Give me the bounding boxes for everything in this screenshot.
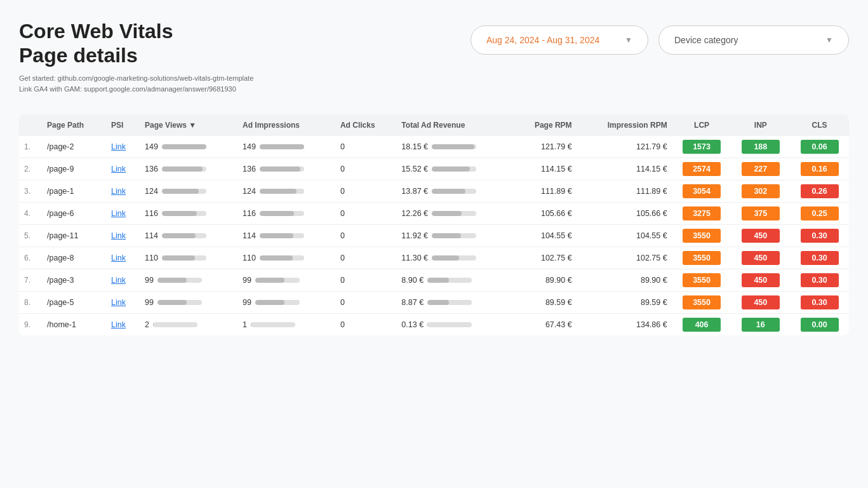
impression-rpm-cell: 89.90 €: [641, 276, 667, 285]
ad-impressions-bar: [260, 255, 304, 261]
psi-link[interactable]: Link: [111, 187, 126, 196]
page-rpm-cell: 67.43 €: [545, 320, 572, 329]
col-total-ad-revenue: Total Ad Revenue: [396, 114, 512, 136]
page-views-cell: 99: [145, 276, 232, 285]
ad-impressions-cell: 149: [243, 142, 330, 151]
page-views-bar: [162, 166, 206, 172]
impression-rpm-cell: 105.66 €: [636, 209, 667, 218]
col-lcp: LCP: [672, 114, 731, 136]
cls-cell: 0.25: [790, 202, 849, 224]
ad-impressions-cell: 114: [243, 231, 330, 240]
ad-impressions-cell: 99: [243, 276, 330, 285]
inp-badge: 16: [742, 318, 780, 332]
cls-cell: 0.30: [790, 247, 849, 269]
total-ad-revenue-cell: 11.30 €: [401, 254, 507, 262]
page-path-cell: /page-5: [47, 298, 74, 307]
ad-impressions-bar: [260, 233, 304, 238]
inp-cell: 227: [731, 158, 790, 180]
lcp-badge: 3550: [683, 251, 721, 265]
ad-clicks-cell: 0: [340, 142, 345, 151]
page-views-cell: 116: [145, 209, 232, 218]
total-ad-revenue-bar: [427, 322, 472, 327]
inp-badge: 450: [742, 273, 780, 287]
inp-badge: 450: [742, 251, 780, 265]
page-views-cell: 114: [145, 231, 232, 240]
row-number: 2.: [24, 165, 30, 173]
ad-impressions-cell: 124: [243, 187, 330, 196]
ad-impressions-bar: [251, 322, 295, 327]
table-row: 2./page-9Link 136 136 0 15.52 € 114.15 €…: [19, 158, 849, 180]
row-number: 5.: [24, 231, 30, 240]
page-views-cell: 99: [145, 298, 232, 307]
total-ad-revenue-bar: [432, 166, 476, 172]
page-views-cell: 2: [145, 320, 232, 329]
ad-clicks-cell: 0: [340, 231, 345, 240]
page-views-cell: 136: [145, 165, 232, 173]
psi-link[interactable]: Link: [111, 276, 126, 285]
ad-impressions-cell: 136: [243, 165, 330, 173]
page-path-cell: /page-1: [47, 187, 74, 196]
cls-badge: 0.30: [801, 273, 839, 287]
inp-badge: 227: [742, 162, 780, 176]
inp-cell: 16: [731, 313, 790, 336]
ad-impressions-bar: [260, 166, 304, 172]
ad-impressions-cell: 99: [243, 298, 330, 307]
page-views-cell: 124: [145, 187, 232, 196]
table-row: 1./page-2Link 149 149 0 18.15 € 121.79 €…: [19, 136, 849, 158]
psi-link[interactable]: Link: [111, 165, 126, 173]
row-number: 9.: [24, 320, 30, 329]
inp-cell: 375: [731, 202, 790, 224]
page-subtitle: Get started: github.com/google-marketing…: [19, 73, 253, 95]
ad-clicks-cell: 0: [340, 209, 345, 218]
inp-cell: 450: [731, 224, 790, 247]
lcp-badge: 1573: [683, 140, 721, 154]
table-row: 3./page-1Link 124 124 0 13.87 € 111.89 €…: [19, 180, 849, 202]
page-views-bar: [157, 300, 202, 305]
psi-link[interactable]: Link: [111, 231, 126, 240]
ad-clicks-cell: 0: [340, 298, 345, 307]
table-row: 7./page-3Link 99 99 0 8.90 € 89.90 €89.9…: [19, 269, 849, 291]
page-views-bar: [162, 255, 206, 261]
psi-link[interactable]: Link: [111, 209, 126, 218]
impression-rpm-cell: 89.59 €: [641, 298, 667, 307]
inp-badge: 375: [742, 207, 780, 220]
total-ad-revenue-bar: [432, 189, 476, 194]
page-rpm-cell: 105.66 €: [541, 209, 572, 218]
date-filter-arrow-icon: ▼: [625, 36, 632, 44]
psi-link[interactable]: Link: [111, 320, 126, 329]
psi-link[interactable]: Link: [111, 142, 126, 151]
device-filter-dropdown[interactable]: Device category ▼: [658, 25, 849, 55]
table-row: 9./home-1Link 2 1 0 0.13 € 67.43 €134.86…: [19, 313, 849, 336]
date-filter-dropdown[interactable]: Aug 24, 2024 - Aug 31, 2024 ▼: [471, 25, 648, 55]
cls-cell: 0.16: [790, 158, 849, 180]
col-page-rpm: Page RPM: [512, 114, 577, 136]
data-table: Page Path PSI Page Views ▼ Ad Impression…: [19, 114, 849, 336]
impression-rpm-cell: 102.75 €: [636, 254, 667, 262]
table-row: 4./page-6Link 116 116 0 12.26 € 105.66 €…: [19, 202, 849, 224]
page-rpm-cell: 121.79 €: [541, 142, 572, 151]
device-filter-arrow-icon: ▼: [825, 36, 833, 44]
row-number: 4.: [24, 209, 30, 218]
page-views-bar: [157, 278, 202, 283]
page-path-cell: /page-2: [47, 142, 74, 151]
ad-impressions-bar: [260, 144, 304, 149]
page-views-bar: [162, 189, 206, 194]
lcp-cell: 3550: [672, 291, 731, 313]
ad-clicks-cell: 0: [340, 187, 345, 196]
impression-rpm-cell: 104.55 €: [636, 231, 667, 240]
page-views-bar: [162, 211, 206, 216]
psi-link[interactable]: Link: [111, 298, 126, 307]
table-row: 6./page-8Link 110 110 0 11.30 € 102.75 €…: [19, 247, 849, 269]
col-inp: INP: [731, 114, 790, 136]
inp-badge: 188: [742, 140, 780, 154]
page-views-bar: [162, 144, 206, 149]
total-ad-revenue-cell: 15.52 €: [401, 165, 507, 173]
psi-link[interactable]: Link: [111, 254, 126, 262]
ad-clicks-cell: 0: [340, 165, 345, 173]
page-path-cell: /page-3: [47, 276, 74, 285]
total-ad-revenue-bar: [432, 233, 476, 238]
date-filter-label: Aug 24, 2024 - Aug 31, 2024: [486, 35, 599, 45]
page-views-bar: [153, 322, 197, 327]
ad-impressions-bar: [260, 189, 304, 194]
cls-badge: 0.30: [801, 295, 839, 309]
